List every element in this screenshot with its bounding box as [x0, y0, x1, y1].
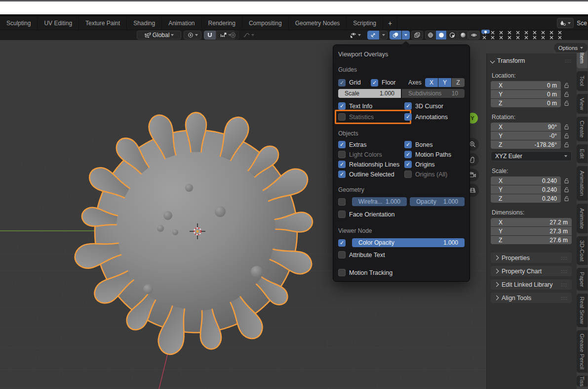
sidebar-tab-tiss[interactable]: Tiss: [577, 376, 588, 387]
checkbox-outline-selected[interactable]: ✓Outline Selected: [338, 171, 404, 178]
field-dimensions-z[interactable]: Z27.6 m: [491, 236, 572, 244]
workspace-tab-rendering[interactable]: Rendering: [202, 16, 242, 30]
panel-drag-handle[interactable]: ::::: [565, 58, 572, 63]
panel-header-edit-linked-library[interactable]: Edit Linked Library::::: [491, 279, 572, 290]
clipped-icon[interactable]: [541, 31, 545, 40]
field-scale-z[interactable]: Z0.240: [491, 194, 561, 203]
options-dropdown[interactable]: Options: [553, 43, 588, 53]
field-dimensions-y[interactable]: Y27.3 m: [491, 227, 572, 235]
axis-toggle-x[interactable]: X: [425, 78, 438, 87]
sidebar-tab-animation[interactable]: Animation: [577, 166, 588, 201]
checkbox-relationship-lines[interactable]: ✓Relationship Lines: [338, 161, 404, 168]
sidebar-tab-paper[interactable]: Paper: [577, 268, 588, 291]
checkbox-origins-all[interactable]: Origins (All): [404, 171, 465, 178]
clipped-icon[interactable]: [482, 31, 486, 40]
checkbox-3d-cursor[interactable]: ✓3D Cursor: [404, 102, 465, 110]
sidebar-tab-3d-coat[interactable]: 3D-Coat: [577, 236, 588, 265]
checkbox-light-colors[interactable]: Light Colors: [338, 151, 404, 158]
field-scale-y[interactable]: Y0.240: [491, 185, 561, 194]
lock-toggle[interactable]: [561, 186, 572, 193]
falloff-dropdown[interactable]: [240, 31, 257, 40]
lock-toggle[interactable]: [561, 100, 572, 106]
clipped-icon[interactable]: [533, 31, 537, 40]
slider-subdivisions[interactable]: Subdivisions10: [402, 89, 465, 98]
transform-panel-header[interactable]: Transform ::::: [491, 57, 572, 64]
lock-toggle[interactable]: [561, 195, 572, 202]
workspace-tab-compositing[interactable]: Compositing: [242, 16, 289, 30]
sidebar-tab-create[interactable]: Create: [577, 117, 588, 141]
lock-toggle[interactable]: [561, 82, 572, 88]
checkbox-attribute-text[interactable]: Attribute Text: [338, 251, 385, 259]
clipped-icon[interactable]: [549, 31, 553, 40]
checkbox-floor[interactable]: ✓Floor: [371, 79, 406, 86]
add-workspace-button[interactable]: +: [383, 16, 397, 30]
panel-drag-handle[interactable]: ::::: [561, 256, 568, 260]
panel-header-properties[interactable]: Properties::::: [491, 253, 572, 263]
overlays-dropdown-open[interactable]: [402, 31, 410, 40]
proportional-editing-button[interactable]: [227, 31, 239, 40]
checkbox-[interactable]: [338, 198, 349, 206]
lock-toggle[interactable]: [561, 177, 572, 184]
checkbox-bones[interactable]: ✓Bones: [404, 141, 465, 148]
show-gizmo-button[interactable]: [367, 31, 379, 40]
lock-toggle[interactable]: [561, 91, 572, 97]
slider-opacity[interactable]: Opacity1.000: [410, 197, 465, 206]
workspace-tab-texture-paint[interactable]: Texture Paint: [79, 16, 127, 30]
lock-toggle[interactable]: [561, 132, 572, 139]
panel-drag-handle[interactable]: ::::: [561, 296, 568, 301]
checkbox-statistics[interactable]: Statistics: [338, 113, 404, 121]
field-rotation-z[interactable]: Z-178.26°: [491, 140, 561, 149]
slider-scale[interactable]: Scale1.000: [338, 89, 401, 98]
workspace-tab-shading[interactable]: Shading: [127, 16, 162, 30]
checkbox-[interactable]: ✓: [338, 239, 349, 247]
checkbox-origins[interactable]: ✓Origins: [404, 161, 465, 168]
workspace-tab-animation[interactable]: Animation: [162, 16, 201, 30]
checkbox-extras[interactable]: ✓Extras: [338, 141, 404, 148]
workspace-tab-uv-editing[interactable]: UV Editing: [38, 16, 79, 30]
panel-header-property-chart[interactable]: Property Chart::::: [491, 266, 572, 276]
checkbox-grid[interactable]: ✓Grid: [338, 79, 371, 86]
field-dimensions-x[interactable]: X27.2 m: [491, 218, 572, 226]
checkbox-face-orientation[interactable]: Face Orientation: [338, 211, 394, 218]
gizmo-dropdown[interactable]: [380, 31, 388, 40]
workspace-tab-scripting[interactable]: Scripting: [347, 16, 383, 30]
slider-color-opacity[interactable]: Color Opacity1.000: [352, 238, 465, 247]
checkbox-text-info[interactable]: ✓Text Info: [338, 102, 404, 110]
sidebar-tab-grease-pencil[interactable]: Grease Pencil: [577, 330, 588, 373]
field-rotation-y[interactable]: Y-0°: [491, 131, 561, 140]
clipped-icon[interactable]: [491, 31, 495, 40]
rotation-mode-dropdown[interactable]: XYZ Euler: [491, 151, 572, 161]
panel-drag-handle[interactable]: ::::: [561, 282, 568, 287]
clipped-icon[interactable]: [508, 31, 511, 40]
checkbox-motion-tracking[interactable]: Motion Tracking: [338, 269, 392, 276]
panel-header-align-tools[interactable]: Align Tools::::: [491, 293, 572, 303]
show-overlays-button[interactable]: [390, 31, 401, 40]
clipped-icon[interactable]: [499, 31, 503, 40]
panel-drag-handle[interactable]: ::::: [561, 269, 568, 274]
clipped-icon[interactable]: [516, 31, 520, 40]
shading-rendered-button[interactable]: [458, 31, 468, 40]
sidebar-tab-real-snow[interactable]: Real Snow: [577, 294, 588, 327]
filter-eye-button[interactable]: [468, 31, 480, 40]
snap-toggle-button[interactable]: [204, 31, 216, 40]
clipped-icon[interactable]: [558, 31, 562, 40]
sidebar-tab-view[interactable]: View: [577, 94, 588, 114]
shading-wireframe-button[interactable]: [425, 31, 435, 40]
transform-orientation-dropdown[interactable]: Global: [137, 31, 181, 40]
toggle-xray-button[interactable]: [411, 31, 423, 40]
workspace-tab-sculpting[interactable]: Sculpting: [0, 16, 38, 30]
checkbox-annotations[interactable]: ✓Annotations: [404, 113, 465, 121]
clipped-icon[interactable]: [524, 31, 528, 40]
lock-toggle[interactable]: [561, 124, 572, 130]
field-location-z[interactable]: Z0 m: [491, 99, 561, 107]
workspace-tab-geometry-nodes[interactable]: Geometry Nodes: [289, 16, 347, 30]
axis-toggle-z[interactable]: Z: [452, 78, 465, 87]
field-location-y[interactable]: Y0 m: [491, 90, 561, 98]
shading-solid-button[interactable]: [436, 31, 446, 40]
slider-wirefra[interactable]: Wirefra...1.000: [352, 197, 407, 206]
field-location-x[interactable]: X0 m: [491, 81, 561, 89]
axis-toggle-y[interactable]: Y: [438, 78, 451, 87]
sidebar-tab-animate[interactable]: Animate: [577, 204, 588, 233]
field-rotation-x[interactable]: X90°: [491, 123, 561, 131]
shading-material-button[interactable]: [447, 31, 457, 40]
